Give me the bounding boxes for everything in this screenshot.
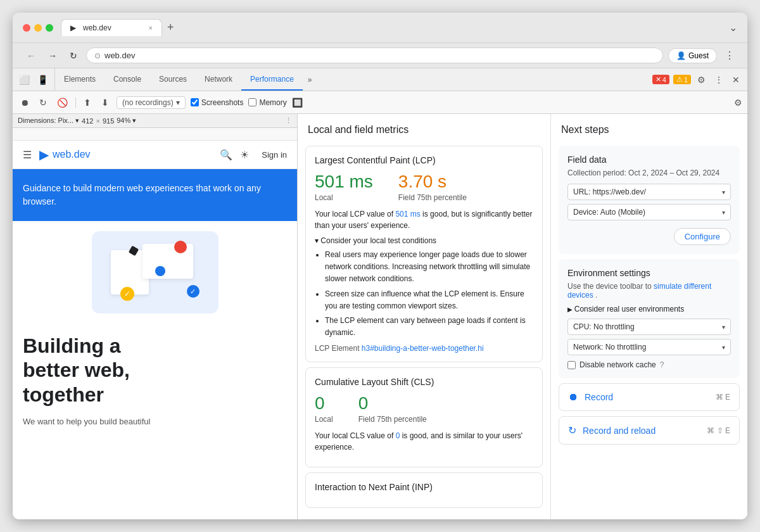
dimensions-label[interactable]: Dimensions: Pix... ▾ [18, 117, 79, 125]
tab-close-icon[interactable]: × [149, 24, 153, 32]
lcp-element-link[interactable]: h3#building-a-better-web-together.hi [362, 344, 484, 353]
inp-title: Interaction to Next Paint (INP) [315, 482, 533, 492]
configure-button[interactable]: Configure [674, 228, 731, 245]
perf-settings-icon[interactable]: ⚙ [734, 98, 742, 108]
consider-toggle[interactable]: Consider real user environments [567, 305, 731, 314]
record-action-card[interactable]: ⏺ Record ⌘ E [559, 383, 740, 411]
search-icon[interactable]: 🔍 [220, 149, 232, 161]
tab-network[interactable]: Network [196, 68, 241, 91]
network-select[interactable]: Network: No throttling ▾ [567, 339, 731, 355]
memory-checkbox-input[interactable] [248, 98, 256, 106]
devtools-close-icon[interactable]: ✕ [730, 73, 742, 86]
tab-sources[interactable]: Sources [150, 68, 196, 91]
env-settings-desc: Use the device toolbar to simulate diffe… [567, 282, 731, 300]
url-select-label: URL: https://web.dev/ [573, 187, 646, 196]
url-select[interactable]: URL: https://web.dev/ ▾ [567, 184, 731, 200]
element-picker-icon[interactable]: 📱 [36, 73, 49, 86]
collapse-icon[interactable]: ⌄ [729, 22, 737, 34]
cls-local-value: 0 [315, 393, 333, 414]
back-button[interactable]: ← [23, 49, 39, 62]
disable-cache-label: Disable network cache [580, 360, 656, 369]
tab-console-label: Console [113, 75, 141, 84]
address-bar: ← → ↻ ⊙ web.dev 👤 Guest ⋮ [13, 43, 747, 68]
record-circle-button[interactable]: ⏺ [18, 96, 32, 109]
collection-period: Collection period: Oct 2, 2024 – Oct 29,… [567, 168, 731, 177]
browser-tab[interactable]: ▶ web.dev × [61, 19, 162, 36]
devtools-panel: Local and field metrics Largest Contentf… [298, 114, 747, 519]
dimensions-bar: Dimensions: Pix... ▾ 412 × 915 94% ▾ ⋮ [13, 114, 297, 128]
webpage-illustration: ✓ ✓ [13, 221, 297, 324]
screenshots-checkbox[interactable]: Screenshots [191, 98, 244, 107]
device-select[interactable]: Device: Auto (Mobile) ▾ [567, 204, 731, 220]
error-badge: ✕ 4 [652, 75, 669, 84]
record-reload-action-card[interactable]: ↻ Record and reload ⌘ ⇧ E [559, 416, 740, 445]
traffic-lights [23, 24, 53, 32]
device-toolbar-icon[interactable]: ⬜ [18, 73, 31, 86]
hamburger-icon[interactable]: ☰ [23, 149, 32, 161]
lcp-description: Your local LCP value of 501 ms is good, … [315, 208, 533, 231]
warning-count: 1 [684, 76, 688, 84]
illus-blue-dot [155, 266, 165, 276]
heading-line-2: better web, [23, 358, 287, 382]
devtools-options-icon[interactable]: ⋮ [712, 73, 726, 86]
ruler-horizontal [13, 128, 297, 141]
minimize-button[interactable] [34, 24, 42, 32]
tab-bar: ▶ web.dev × + ⌄ [61, 19, 737, 36]
lcp-local-value: 501 ms [315, 172, 373, 192]
main-content: Dimensions: Pix... ▾ 412 × 915 94% ▾ ⋮ ☰… [13, 114, 747, 519]
browser-menu-icon[interactable]: ⋮ [722, 47, 737, 64]
tab-sources-label: Sources [159, 75, 187, 84]
heading-line-1: Building a [23, 334, 287, 358]
theme-toggle-icon[interactable]: ☀ [240, 149, 249, 161]
reload-button[interactable]: ↻ [37, 96, 49, 109]
new-tab-button[interactable]: + [167, 21, 174, 34]
screenshots-checkbox-input[interactable] [191, 98, 199, 106]
logo-arrow-icon: ▶ [39, 147, 49, 162]
lcp-tip-2: Screen size can influence what the LCP e… [325, 288, 533, 312]
clear-button[interactable]: 🚫 [54, 96, 70, 109]
tab-elements[interactable]: Elements [55, 68, 104, 91]
env-desc-end: . [595, 291, 597, 300]
inp-card: Interaction to Next Paint (INP) [305, 472, 543, 508]
cls-field-label: Field 75th percentile [358, 415, 427, 424]
lcp-consider-toggle[interactable]: Consider your local test conditions [315, 236, 533, 245]
illustration-box: ✓ ✓ [92, 231, 218, 314]
field-data-title: Field data [567, 155, 731, 165]
webpage-logo[interactable]: ▶ web.dev [39, 147, 91, 162]
recording-select[interactable]: (no recordings) ▾ [117, 96, 186, 109]
guest-button[interactable]: 👤 Guest [668, 48, 717, 63]
browser-window: ▶ web.dev × + ⌄ ← → ↻ ⊙ web.dev 👤 Guest … [13, 13, 747, 519]
tab-console[interactable]: Console [104, 68, 150, 91]
download-button[interactable]: ⬇ [99, 96, 111, 109]
dimensions-menu-icon[interactable]: ⋮ [285, 117, 292, 125]
refresh-button[interactable]: ↻ [66, 49, 81, 62]
logo-text: web.dev [53, 149, 91, 160]
tab-network-label: Network [205, 75, 232, 84]
forward-button[interactable]: → [44, 49, 61, 62]
upload-button[interactable]: ⬆ [81, 96, 94, 109]
heading-line-3: together [23, 383, 287, 407]
disable-cache-checkbox[interactable] [567, 361, 576, 369]
metrics-panel: Local and field metrics Largest Contentf… [298, 114, 551, 519]
devtools-settings-icon[interactable]: ⚙ [695, 73, 708, 86]
warning-icon: ⚠ [676, 75, 683, 84]
signin-link[interactable]: Sign in [262, 150, 287, 160]
close-button[interactable] [23, 24, 30, 32]
address-icon: ⊙ [94, 51, 101, 60]
performance-toolbar: ⏺ ↻ 🚫 ⬆ ⬇ (no recordings) ▾ Screenshots … [13, 91, 747, 114]
warning-badge: ⚠ 1 [673, 75, 691, 84]
url-select-arrow-icon: ▾ [722, 189, 725, 196]
more-tabs-button[interactable]: » [303, 68, 317, 91]
disable-cache-checkbox-label[interactable]: Disable network cache ? [567, 360, 731, 369]
cpu-select[interactable]: CPU: No throttling ▾ [567, 319, 731, 335]
tab-performance[interactable]: Performance [241, 68, 303, 91]
lcp-title: Largest Contentful Paint (LCP) [315, 155, 533, 165]
maximize-button[interactable] [46, 24, 53, 32]
memory-checkbox[interactable]: Memory [248, 98, 286, 107]
tab-favicon: ▶ [70, 23, 79, 32]
address-input[interactable]: ⊙ web.dev [86, 48, 663, 63]
dimensions-label-text: Dimensions: Pix... [18, 117, 73, 124]
zoom-select[interactable]: 94% ▾ [117, 117, 136, 125]
lcp-element-label: LCP Element [315, 344, 359, 353]
cls-values: 0 Local 0 Field 75th percentile [315, 393, 533, 424]
